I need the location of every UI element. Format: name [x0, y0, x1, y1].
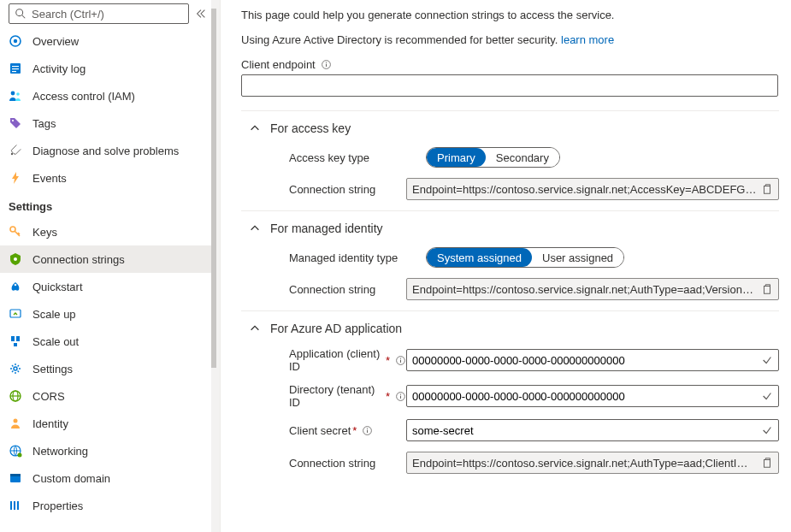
sidebar-item-custom-domain[interactable]: Custom domain — [0, 464, 211, 492]
section-header-aad-app[interactable]: For Azure AD application — [241, 322, 779, 335]
info-icon[interactable] — [395, 391, 406, 402]
sidebar-item-properties[interactable]: Properties — [0, 492, 211, 519]
sidebar-item-cors[interactable]: CORS — [0, 382, 211, 410]
sidebar-search[interactable] — [9, 3, 189, 24]
pill-system-assigned[interactable]: System assigned — [427, 248, 532, 267]
tags-icon — [9, 116, 22, 130]
sidebar-item-keys[interactable]: Keys — [0, 218, 211, 245]
double-chevron-left-icon — [195, 8, 207, 20]
svg-rect-22 — [14, 343, 17, 346]
aad-conn-field[interactable]: Endpoint=https://contoso.service.signalr… — [406, 452, 779, 474]
app-id-input[interactable] — [406, 349, 779, 371]
svg-point-14 — [12, 120, 14, 121]
check-icon — [761, 424, 773, 436]
managed-identity-conn-field[interactable]: Endpoint=https://contoso.service.signalr… — [406, 278, 779, 300]
sidebar-item-label: Scale out — [32, 335, 79, 348]
svg-point-15 — [11, 153, 13, 155]
sidebar-item-label: Activity log — [32, 62, 86, 75]
aad-conn-value: Endpoint=https://contoso.service.signalr… — [412, 457, 758, 470]
sidebar-item-label: Overview — [32, 35, 79, 48]
svg-point-18 — [15, 284, 17, 287]
svg-point-7 — [14, 39, 17, 43]
sidebar-item-settings[interactable]: Settings — [0, 355, 211, 382]
info-icon[interactable] — [362, 425, 373, 436]
managed-identity-type-toggle[interactable]: System assigned User assigned — [426, 247, 624, 268]
sidebar-item-label: Events — [32, 172, 67, 185]
svg-rect-33 — [14, 501, 15, 510]
sidebar-item-quickstart[interactable]: Quickstart — [0, 273, 211, 300]
connection-strings-icon — [9, 252, 22, 266]
sidebar-item-label: Custom domain — [32, 472, 110, 485]
client-secret-input[interactable] — [406, 419, 779, 441]
activity-log-icon — [9, 62, 22, 75]
sidebar-item-identity[interactable]: Identity — [0, 410, 211, 437]
section-header-managed-identity[interactable]: For managed identity — [241, 222, 779, 235]
client-endpoint-label: Client endpoint — [241, 58, 779, 71]
custom-domain-icon — [9, 471, 22, 485]
sidebar-item-label: Connection strings — [32, 253, 125, 266]
managed-identity-conn-label: Connection string — [289, 283, 406, 296]
quickstart-icon — [9, 280, 22, 293]
sidebar-item-activity-log[interactable]: Activity log — [0, 55, 211, 82]
copy-button[interactable] — [761, 183, 773, 195]
sidebar-item-label: Quickstart — [32, 281, 83, 293]
sidebar-section-settings: Settings — [0, 192, 211, 218]
sidebar-item-access-control[interactable]: Access control (IAM) — [0, 82, 211, 109]
cors-icon — [9, 389, 22, 403]
sidebar-scrollbar[interactable] — [211, 0, 220, 532]
info-icon[interactable] — [395, 355, 406, 366]
sidebar-item-label: CORS — [32, 390, 65, 403]
sidebar-item-label: Tags — [32, 117, 56, 130]
svg-point-17 — [14, 257, 17, 261]
sidebar-item-events[interactable]: Events — [0, 164, 211, 192]
copy-button[interactable] — [761, 283, 773, 295]
svg-point-29 — [18, 453, 22, 458]
learn-more-link[interactable]: learn more — [561, 33, 614, 46]
collapse-sidebar-button[interactable] — [194, 7, 208, 21]
sidebar-item-label: Properties — [32, 499, 83, 512]
section-header-access-key[interactable]: For access key — [241, 121, 779, 135]
client-secret-label: Client secret* — [289, 424, 406, 437]
pill-user-assigned[interactable]: User assigned — [532, 248, 623, 267]
intro-text-1: This page could help you generate connec… — [241, 9, 779, 21]
sidebar-item-label: Diagnose and solve problems — [32, 145, 179, 157]
pill-primary[interactable]: Primary — [427, 148, 486, 167]
aad-conn-label: Connection string — [289, 457, 406, 470]
info-icon[interactable] — [321, 59, 332, 70]
svg-rect-20 — [11, 336, 15, 341]
check-icon — [761, 390, 773, 402]
sidebar-item-label: Settings — [32, 363, 73, 375]
scrollbar-thumb[interactable] — [211, 9, 216, 368]
svg-point-23 — [14, 367, 17, 370]
svg-rect-32 — [10, 501, 12, 510]
sidebar-item-scale-out[interactable]: Scale out — [0, 328, 211, 355]
access-key-conn-field[interactable]: Endpoint=https://contoso.service.signalr… — [406, 178, 779, 200]
chevron-up-icon — [248, 222, 262, 235]
pill-secondary[interactable]: Secondary — [486, 148, 559, 167]
sidebar-item-overview[interactable]: Overview — [0, 27, 211, 55]
intro-text-2: Using Azure Active Directory is recommen… — [241, 33, 779, 46]
chevron-up-icon — [248, 121, 262, 135]
diagnose-icon — [9, 144, 22, 157]
sidebar-item-scale-up[interactable]: Scale up — [0, 300, 211, 328]
search-icon — [15, 8, 27, 20]
sidebar-item-tags[interactable]: Tags — [0, 109, 211, 137]
access-key-type-label: Access key type — [289, 151, 426, 164]
sidebar-item-connection-strings[interactable]: Connection strings — [0, 245, 211, 273]
access-key-type-toggle[interactable]: Primary Secondary — [426, 147, 560, 168]
svg-point-12 — [11, 92, 15, 96]
identity-icon — [9, 417, 22, 430]
client-endpoint-input[interactable] — [241, 74, 778, 97]
dir-id-input[interactable] — [406, 385, 779, 407]
app-id-label: Application (client) ID* — [289, 347, 406, 373]
scale-up-icon — [9, 307, 22, 321]
chevron-up-icon — [248, 322, 262, 335]
check-icon — [761, 354, 773, 366]
sidebar-item-diagnose[interactable]: Diagnose and solve problems — [0, 137, 211, 164]
svg-rect-21 — [16, 336, 20, 341]
sidebar-item-networking[interactable]: Networking — [0, 437, 211, 464]
settings-icon — [9, 362, 22, 375]
copy-button[interactable] — [761, 457, 773, 469]
search-input[interactable] — [32, 8, 183, 21]
events-icon — [9, 171, 22, 185]
